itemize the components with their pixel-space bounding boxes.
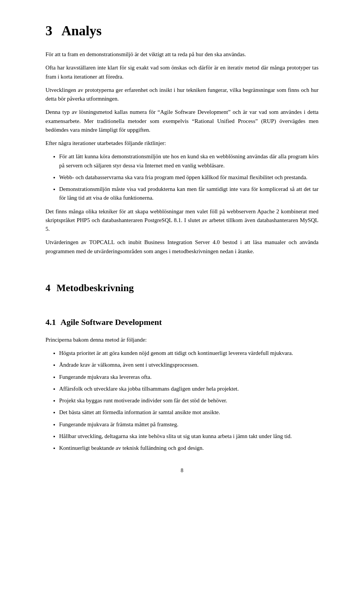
chapter-paragraph-4: Denna typ av lösningsmetod kallas numera… xyxy=(46,108,318,134)
chapter-heading: 3 Analys xyxy=(46,19,318,45)
chapter-paragraph-7: Det finns många olika tekniker för att s… xyxy=(46,207,318,234)
list-item: Det bästa sättet att förmedla informatio… xyxy=(59,408,318,417)
subsection41-heading: 4.1 Agile Software Development xyxy=(46,308,318,331)
list-item: Kontinuerligt beaktande av teknisk fullä… xyxy=(59,444,318,452)
chapter-paragraph-2: Ofta har kravställaren inte klart för si… xyxy=(46,63,318,81)
chapter-paragraph-riktlinjer-intro: Efter några iterationer utarbetades följ… xyxy=(46,139,318,148)
section4-heading: 4 Metodbeskrivning xyxy=(46,271,318,298)
list-item: Webb- och databasservrarna ska vara fria… xyxy=(59,173,318,182)
list-item: Ändrade krav är välkomna, även sent i ut… xyxy=(59,361,318,369)
riktlinjer-list: För att lätt kunna köra demonstrationsmi… xyxy=(59,152,318,202)
section4-title: Metodbeskrivning xyxy=(56,282,134,294)
list-item: Demonstrationsmiljön måste visa vad prod… xyxy=(59,185,318,203)
subsection41-title: Agile Software Development xyxy=(61,317,162,327)
page-number: 8 xyxy=(46,468,318,474)
chapter-paragraph-1: För att ta fram en demonstrationsmiljö ä… xyxy=(46,50,318,59)
chapter-paragraph-8: Utvärderingen av TOPCALL och inubit Busi… xyxy=(46,238,318,256)
list-item: Fungerande mjukvara ska levereras ofta. xyxy=(59,373,318,381)
chapter-paragraph-5-text: Mer traditionella metoder som exempelvis… xyxy=(46,118,318,133)
list-item: För att lätt kunna köra demonstrationsmi… xyxy=(59,152,318,170)
list-item: Affärsfolk och utvecklare ska jobba till… xyxy=(59,385,318,393)
principles-list: Högsta prioritet är att göra kunden nöjd… xyxy=(59,349,318,452)
chapter-number: 3 xyxy=(46,23,52,39)
chapter-paragraph-3: Utvecklingen av prototyperna ger erfaren… xyxy=(46,86,318,104)
list-item: Fungerande mjukvara är främsta måttet på… xyxy=(59,420,318,429)
section4-number: 4 xyxy=(46,282,50,294)
subsection41-intro: Principerna bakom denna metod är följand… xyxy=(46,336,318,344)
subsection41-number: 4.1 xyxy=(46,317,56,327)
list-item: Högsta prioritet är att göra kunden nöjd… xyxy=(59,349,318,358)
list-item: Projekt ska byggas runt motiverade indiv… xyxy=(59,396,318,405)
page: 3 Analys För att ta fram en demonstratio… xyxy=(46,0,318,497)
chapter-title: Analys xyxy=(61,23,102,39)
list-item: Hållbar utveckling, deltagarna ska inte … xyxy=(59,432,318,441)
